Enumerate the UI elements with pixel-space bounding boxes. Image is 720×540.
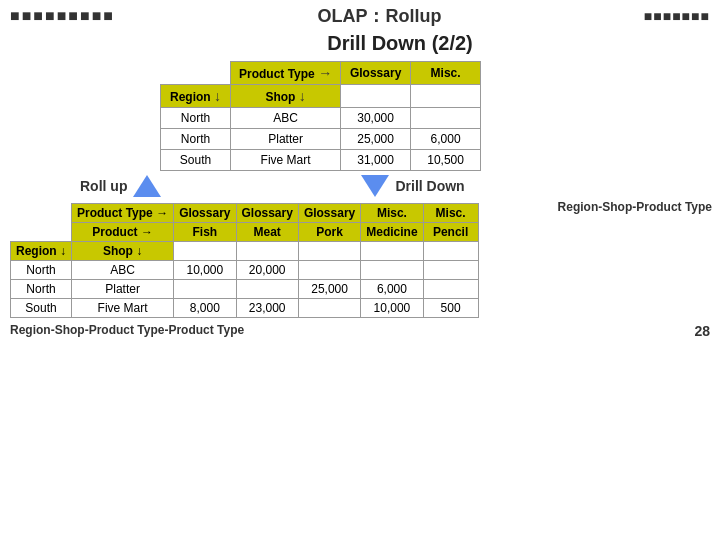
arrow-up-icon <box>133 175 161 197</box>
v10 <box>423 280 478 299</box>
north-cell: North <box>161 129 231 150</box>
drilldown-section: Drill Down <box>361 175 464 197</box>
glossary-h2: Glossary <box>236 204 298 223</box>
table-row: North Platter 25,000 6,000 <box>11 280 479 299</box>
fivemart-cell2: Five Mart <box>72 299 174 318</box>
table-row: North ABC 30,000 <box>161 108 481 129</box>
bottom-table-container: Product Type → Glossary Glossary Glossar… <box>10 203 720 318</box>
abc-cell: ABC <box>231 108 341 129</box>
header-left: ■■■■■■■■■ <box>10 7 115 25</box>
v14: 10,000 <box>361 299 423 318</box>
glossary-h3: Glossary <box>298 204 360 223</box>
platter-cell: Platter <box>231 129 341 150</box>
glossary-h1: Glossary <box>174 204 236 223</box>
north-cell: North <box>161 108 231 129</box>
drill-down-title: Drill Down (2/2) <box>80 32 720 55</box>
rollup-section: Roll up <box>80 175 161 197</box>
v11: 8,000 <box>174 299 236 318</box>
misc-h1: Misc. <box>361 204 423 223</box>
header-right: ■■■■■■■ <box>644 8 710 24</box>
rollup-drilldown-row: Roll up Drill Down <box>80 175 720 197</box>
region-cell2: Region ↓ <box>11 242 72 261</box>
table-row: Region ↓ Shop ↓ <box>11 242 479 261</box>
region-cell: Region ↓ <box>161 85 231 108</box>
pork-header: Pork <box>298 223 360 242</box>
product-type-header2: Product Type → <box>72 204 174 223</box>
v7 <box>236 280 298 299</box>
value-cell: 31,000 <box>341 150 411 171</box>
header-center: OLAP：Rollup <box>115 4 644 28</box>
misc-h2: Misc. <box>423 204 478 223</box>
value-cell: 10,500 <box>411 150 481 171</box>
fish-header: Fish <box>174 223 236 242</box>
bottom-table: Product Type → Glossary Glossary Glossar… <box>10 203 479 318</box>
table-row: South Five Mart 31,000 10,500 <box>161 150 481 171</box>
table-row: Product Type → Glossary Glossary Glossar… <box>11 204 479 223</box>
value-cell: 25,000 <box>341 129 411 150</box>
v6 <box>174 280 236 299</box>
page-number: 28 <box>694 323 710 339</box>
v5 <box>423 261 478 280</box>
v3 <box>298 261 360 280</box>
value-cell <box>411 108 481 129</box>
top-table-container: Product Type → Glossary Misc. Region ↓ S… <box>80 61 720 171</box>
table-row: Product Type → Glossary Misc. <box>161 62 481 85</box>
fivemart-cell: Five Mart <box>231 150 341 171</box>
south-cell2: South <box>11 299 72 318</box>
south-cell: South <box>161 150 231 171</box>
value-cell: 30,000 <box>341 108 411 129</box>
table-row: South Five Mart 8,000 23,000 10,000 500 <box>11 299 479 318</box>
top-table: Product Type → Glossary Misc. Region ↓ S… <box>160 61 481 171</box>
drilldown-label-text: Drill Down <box>395 178 464 194</box>
pencil-header: Pencil <box>423 223 478 242</box>
shop-cell2: Shop ↓ <box>72 242 174 261</box>
product-header: Product → <box>72 223 174 242</box>
medicine-header: Medicine <box>361 223 423 242</box>
shop-cell: Shop ↓ <box>231 85 341 108</box>
footer: Region-Shop-Product Type-Product Type 28 <box>0 320 720 342</box>
v12: 23,000 <box>236 299 298 318</box>
value-cell: 6,000 <box>411 129 481 150</box>
north-cell: North <box>11 261 72 280</box>
v13 <box>298 299 360 318</box>
misc-header: Misc. <box>411 62 481 85</box>
v8: 25,000 <box>298 280 360 299</box>
v4 <box>361 261 423 280</box>
v15: 500 <box>423 299 478 318</box>
platter-cell2: Platter <box>72 280 174 299</box>
product-type-header: Product Type → <box>231 62 341 85</box>
v9: 6,000 <box>361 280 423 299</box>
table-row: North Platter 25,000 6,000 <box>161 129 481 150</box>
v1: 10,000 <box>174 261 236 280</box>
header: ■■■■■■■■■ OLAP：Rollup ■■■■■■■ <box>0 0 720 30</box>
rollup-label-text: Roll up <box>80 178 127 194</box>
footer-left-text: Region-Shop-Product Type-Product Type <box>10 323 244 339</box>
table-row: North ABC 10,000 20,000 <box>11 261 479 280</box>
table-row: Product → Fish Meat Pork Medicine Pencil <box>11 223 479 242</box>
north-cell2: North <box>11 280 72 299</box>
table-row: Region ↓ Shop ↓ <box>161 85 481 108</box>
meat-header: Meat <box>236 223 298 242</box>
v2: 20,000 <box>236 261 298 280</box>
abc-cell2: ABC <box>72 261 174 280</box>
annotation-text: Region-Shop-Product Type <box>558 200 712 214</box>
arrow-down-icon <box>361 175 389 197</box>
glossary-header: Glossary <box>341 62 411 85</box>
